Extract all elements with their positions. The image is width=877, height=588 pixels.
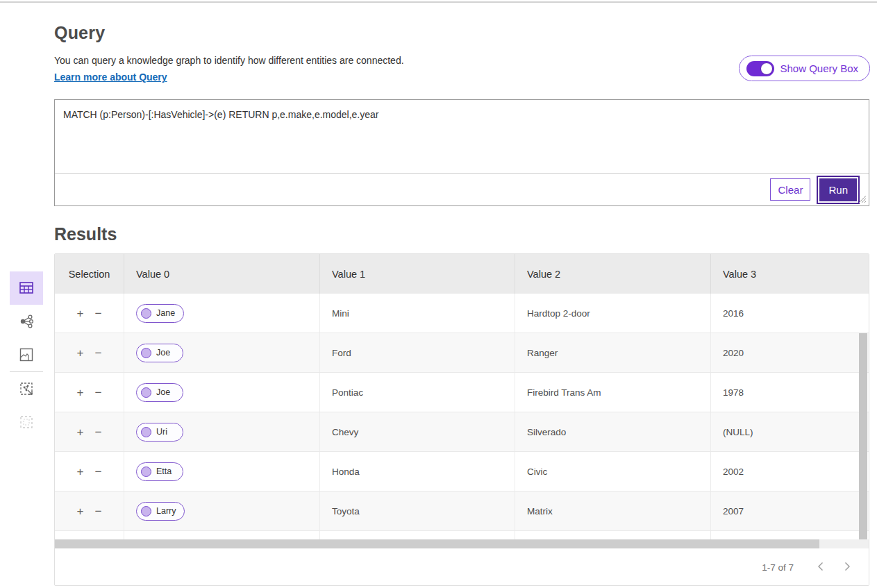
- add-to-selection-button[interactable]: +: [77, 347, 84, 359]
- value2-cell: Civic: [515, 452, 711, 491]
- column-header-value2: Value 2: [515, 254, 711, 294]
- vertical-scrollbar-thumb[interactable]: [859, 333, 867, 539]
- table-row: + − Uri Chevy Silverado (NULL): [55, 412, 869, 452]
- entity-name: Jane: [156, 308, 175, 318]
- value0-cell: Joe: [124, 333, 320, 372]
- horizontal-scrollbar-thumb[interactable]: [55, 539, 819, 548]
- entity-pill[interactable]: Joe: [136, 383, 183, 402]
- new-selection-icon: [19, 414, 34, 430]
- value3-cell: 2016: [711, 294, 869, 333]
- table-row: + −: [55, 531, 869, 539]
- value3-cell: 1978: [711, 373, 869, 412]
- horizontal-scrollbar[interactable]: [55, 539, 869, 548]
- entity-pill[interactable]: Uri: [136, 423, 183, 442]
- query-actions: Clear Run: [55, 173, 869, 205]
- query-box: MATCH (p:Person)-[:HasVehicle]->(e) RETU…: [54, 99, 869, 206]
- value1-cell: Toyota: [320, 492, 515, 530]
- view-rail: [10, 271, 43, 439]
- selection-cell: + −: [55, 294, 124, 333]
- value2-cell: Ranger: [515, 333, 711, 372]
- entity-pill[interactable]: Joe: [136, 344, 183, 362]
- value3-cell: 2020: [711, 333, 869, 372]
- column-header-selection: Selection: [55, 254, 124, 294]
- entity-name: Etta: [156, 467, 172, 476]
- remove-from-selection-button[interactable]: −: [95, 505, 102, 517]
- sidebar-item-link-chart-view[interactable]: [10, 305, 43, 338]
- entity-dot-icon: [141, 308, 151, 319]
- column-header-value3: Value 3: [711, 254, 869, 294]
- remove-from-selection-button[interactable]: −: [95, 308, 102, 319]
- sidebar-item-map-view[interactable]: [10, 338, 43, 371]
- entity-dot-icon: [141, 387, 151, 398]
- value1-cell: Mini: [320, 294, 515, 333]
- entity-pill[interactable]: Larry: [136, 502, 185, 521]
- toggle-label: Show Query Box: [780, 62, 858, 74]
- table-icon: [19, 280, 34, 296]
- selection-cell: + −: [55, 333, 124, 372]
- value0-cell: Uri: [124, 412, 320, 451]
- value1-cell: [320, 531, 515, 539]
- sidebar-item-table-view[interactable]: [10, 271, 43, 305]
- run-button-focus-ring: Run: [817, 176, 860, 204]
- chevron-right-icon: [844, 562, 851, 571]
- remove-from-selection-button[interactable]: −: [95, 347, 102, 359]
- entity-name: Larry: [156, 506, 176, 516]
- run-button[interactable]: Run: [819, 178, 857, 201]
- selection-cell: + −: [55, 452, 124, 491]
- selection-cell: + −: [55, 492, 124, 530]
- results-title: Results: [54, 224, 117, 244]
- resize-handle-icon[interactable]: [858, 195, 867, 203]
- show-query-box-toggle[interactable]: Show Query Box: [739, 56, 870, 81]
- vertical-scrollbar[interactable]: [859, 333, 867, 539]
- entity-pill[interactable]: Etta: [136, 462, 183, 481]
- value0-cell: Jane: [124, 294, 320, 333]
- table-header-row: Selection Value 0 Value 1 Value 2 Value …: [55, 254, 869, 294]
- entity-name: Uri: [156, 427, 167, 437]
- remove-from-selection-button[interactable]: −: [95, 466, 102, 478]
- clear-button[interactable]: Clear: [770, 178, 810, 201]
- table-row: + − Larry Toyota Matrix 2007: [55, 492, 869, 531]
- add-to-selection-button[interactable]: +: [77, 426, 84, 438]
- query-textarea[interactable]: MATCH (p:Person)-[:HasVehicle]->(e) RETU…: [55, 100, 869, 173]
- selection-cell: + −: [55, 373, 124, 412]
- chevron-left-icon: [817, 562, 824, 571]
- value0-cell: Larry: [124, 492, 320, 530]
- value1-cell: Ford: [320, 333, 515, 372]
- add-to-selection-button[interactable]: +: [77, 505, 84, 517]
- add-to-selection-button[interactable]: +: [77, 308, 84, 319]
- previous-page-button[interactable]: [812, 559, 829, 576]
- value1-cell: Honda: [320, 452, 515, 491]
- table-row: + − Jane Mini Hardtop 2-door 2016: [55, 294, 869, 333]
- sidebar-item-add-to-map[interactable]: [10, 372, 43, 405]
- add-to-map-icon: [19, 381, 34, 396]
- value0-cell: Etta: [124, 452, 320, 491]
- page-top-divider: [0, 1, 877, 3]
- map-icon: [19, 347, 34, 362]
- link-chart-icon: [18, 313, 35, 330]
- value2-cell: [515, 531, 711, 539]
- add-to-selection-button[interactable]: +: [77, 466, 84, 478]
- value2-cell: Matrix: [515, 492, 711, 530]
- sidebar-item-new-selection[interactable]: [10, 405, 43, 439]
- remove-from-selection-button[interactable]: −: [95, 387, 102, 398]
- table-row: + − Joe Ford Ranger 2020: [55, 333, 869, 373]
- entity-pill[interactable]: Jane: [136, 304, 184, 323]
- table-row: + − Joe Pontiac Firebird Trans Am 1978: [55, 373, 869, 412]
- table-row: + − Etta Honda Civic 2002: [55, 452, 869, 492]
- value3-cell: 2002: [711, 452, 869, 491]
- selection-cell: + −: [55, 412, 124, 451]
- page-title: Query: [54, 23, 105, 43]
- value2-cell: Firebird Trans Am: [515, 373, 711, 412]
- toggle-switch-icon[interactable]: [746, 61, 774, 76]
- entity-dot-icon: [141, 506, 151, 516]
- remove-from-selection-button[interactable]: −: [95, 426, 102, 438]
- add-to-selection-button[interactable]: +: [77, 387, 84, 398]
- table-body: + − Jane Mini Hardtop 2-door 2016 + − Jo…: [55, 294, 869, 539]
- column-header-value1: Value 1: [320, 254, 515, 294]
- page-description: You can query a knowledge graph to ident…: [54, 55, 404, 66]
- pagination-range: 1-7 of 7: [762, 562, 794, 573]
- value3-cell: (NULL): [711, 412, 869, 451]
- learn-more-link[interactable]: Learn more about Query: [54, 72, 167, 83]
- selection-cell: + −: [55, 531, 124, 539]
- next-page-button[interactable]: [839, 559, 856, 576]
